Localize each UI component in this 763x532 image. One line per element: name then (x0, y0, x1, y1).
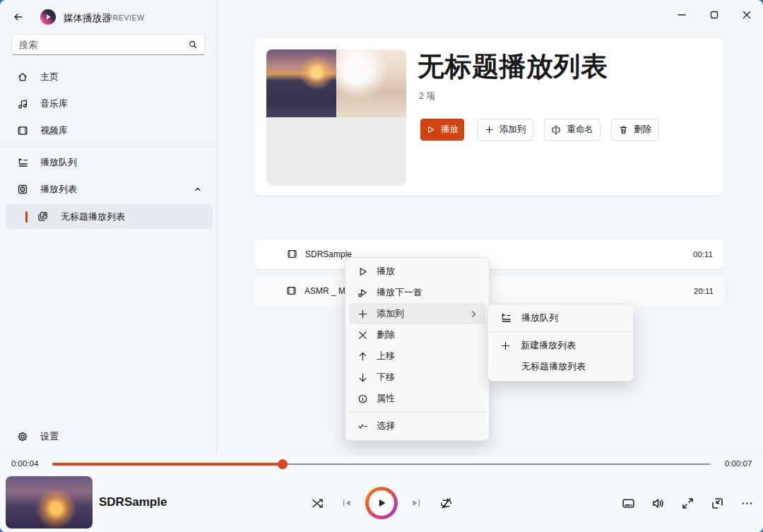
menu-item-play[interactable]: 播放 (349, 261, 485, 282)
sidebar-item-music-library[interactable]: 音乐库 (6, 91, 213, 117)
playlist-title: 无标题播放列表 (418, 49, 608, 85)
mini-player-icon (711, 497, 724, 510)
sidebar-item-video-library[interactable]: 视频库 (6, 118, 213, 143)
media-playlist-icon (37, 211, 49, 223)
rename-label: 重命名 (567, 124, 593, 136)
sidebar-item-untitled-playlist[interactable]: 无标题播放列表 (6, 204, 213, 229)
submenu-item-untitled-playlist[interactable]: 无标题播放列表 (492, 356, 629, 377)
repeat-off-icon (439, 497, 453, 510)
shuffle-icon (311, 497, 324, 510)
sidebar-item-home[interactable]: 主页 (6, 64, 213, 90)
rename-button[interactable]: 重命名 (544, 119, 601, 141)
sidebar-item-label: 播放队列 (40, 156, 77, 169)
menu-separator (489, 331, 632, 332)
sidebar-item-label: 视频库 (40, 124, 68, 137)
sidebar-item-settings[interactable]: 设置 (6, 424, 213, 449)
menu-item-label: 下移 (377, 371, 395, 384)
sidebar-item-label: 音乐库 (40, 97, 68, 110)
now-playing-title: SDRSample (99, 495, 167, 509)
sidebar-divider (0, 146, 217, 147)
submenu-item-new-playlist[interactable]: 新建播放列表 (492, 335, 629, 356)
menu-item-play-next[interactable]: 播放下一首 (349, 282, 485, 303)
play-next-icon (357, 288, 368, 298)
chevron-up-icon[interactable] (193, 184, 203, 194)
sidebar-item-play-queue[interactable]: 播放队列 (6, 150, 213, 175)
seek-bar[interactable] (52, 463, 711, 465)
previous-button[interactable] (336, 492, 358, 514)
repeat-button[interactable] (434, 492, 457, 514)
close-button[interactable] (731, 0, 763, 30)
volume-button[interactable] (646, 492, 669, 514)
menu-item-select[interactable]: 选择 (349, 415, 485, 437)
menu-item-move-down[interactable]: 下移 (349, 367, 485, 388)
add-to-submenu: 播放队列 新建播放列表 无标题播放列表 (487, 304, 634, 382)
menu-item-label: 上移 (377, 350, 395, 362)
film-icon (17, 125, 28, 136)
delete-button[interactable]: 删除 (611, 119, 659, 141)
track-title: SDRSample (305, 249, 352, 259)
queue-icon (17, 157, 28, 168)
mini-player-button[interactable] (706, 492, 728, 514)
menu-item-label: 添加到 (377, 307, 404, 320)
info-icon (357, 394, 368, 404)
seek-thumb[interactable] (278, 459, 288, 469)
maximize-button[interactable] (698, 0, 731, 30)
close-icon (743, 11, 751, 19)
shuffle-button[interactable] (306, 492, 329, 514)
dismiss-icon (357, 330, 368, 341)
fullscreen-icon (681, 497, 694, 510)
multiselect-icon (357, 421, 368, 432)
menu-item-label: 选择 (377, 420, 395, 432)
menu-item-add-to[interactable]: 添加到 (349, 303, 485, 324)
seek-bar-fill (52, 463, 283, 466)
play-icon (376, 497, 387, 509)
play-icon (426, 125, 435, 134)
trash-icon (619, 125, 628, 134)
rename-icon (551, 125, 561, 135)
fullscreen-button[interactable] (676, 492, 699, 514)
media-player-window: 媒体播放器 PREVIEW 主页 (0, 0, 763, 532)
menu-item-label: 播放 (377, 265, 395, 278)
captions-button[interactable] (617, 492, 639, 514)
chevron-right-icon (469, 309, 478, 319)
playlist-icon (17, 184, 28, 195)
next-button[interactable] (405, 492, 427, 514)
arrow-down-icon (357, 372, 368, 383)
sidebar: 主页 音乐库 视频库 播放队列 (0, 0, 217, 456)
film-icon (286, 285, 297, 296)
play-label: 播放 (441, 124, 459, 136)
maximize-icon (710, 11, 718, 19)
film-icon (287, 249, 297, 259)
next-icon (410, 497, 422, 509)
menu-separator (346, 412, 488, 413)
delete-label: 删除 (634, 124, 651, 136)
play-icon (357, 266, 368, 277)
remaining-time: 0:00:07 (725, 459, 752, 468)
playlist-artwork (266, 49, 406, 185)
search-icon (188, 40, 198, 49)
play-pause-inner (369, 490, 394, 516)
menu-item-move-up[interactable]: 上移 (349, 345, 485, 367)
track-duration: 00:11 (693, 250, 713, 259)
menu-item-delete[interactable]: 删除 (349, 324, 485, 345)
add-to-button[interactable]: 添加到 (477, 119, 533, 141)
menu-item-properties[interactable]: 属性 (349, 388, 485, 409)
minimize-button[interactable] (666, 0, 698, 30)
search-input[interactable] (19, 40, 188, 50)
sidebar-item-playlists[interactable]: 播放列表 (6, 177, 213, 202)
previous-icon (341, 497, 353, 509)
menu-item-label: 播放队列 (521, 312, 558, 324)
queue-icon (500, 312, 511, 324)
more-options-button[interactable] (735, 492, 758, 514)
more-icon (740, 497, 754, 510)
play-button[interactable]: 播放 (420, 119, 464, 141)
plus-icon (500, 341, 511, 351)
search-box[interactable] (11, 34, 206, 55)
selection-indicator (25, 211, 28, 223)
play-pause-button[interactable] (365, 487, 398, 519)
menu-item-label: 新建播放列表 (521, 339, 576, 352)
now-playing-thumbnail[interactable] (6, 476, 93, 528)
playlist-header-card: 无标题播放列表 2 项 播放 添加到 重命名 删除 (254, 37, 724, 196)
plus-icon (357, 309, 368, 319)
submenu-item-play-queue[interactable]: 播放队列 (492, 307, 629, 329)
